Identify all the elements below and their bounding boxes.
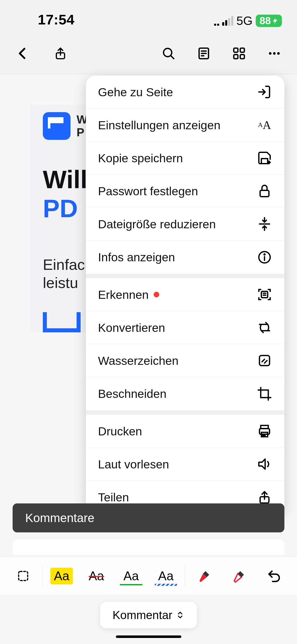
menu-view-settings[interactable]: Einstellungen anzeigen AA bbox=[86, 109, 284, 142]
textsize-icon: AA bbox=[257, 117, 272, 133]
menu-print[interactable]: Drucken bbox=[86, 415, 284, 448]
doc-graphic bbox=[43, 312, 81, 332]
crop-icon bbox=[257, 386, 272, 402]
watermark-icon bbox=[257, 353, 272, 368]
print-icon bbox=[257, 423, 272, 439]
share-button[interactable] bbox=[53, 46, 68, 61]
menu-label: Dateigröße reduzieren bbox=[98, 217, 216, 231]
undo-button[interactable] bbox=[258, 562, 289, 590]
comments-banner[interactable]: Kommentare bbox=[13, 503, 284, 532]
svg-point-11 bbox=[269, 52, 272, 55]
svg-point-13 bbox=[277, 52, 280, 55]
strikethrough-icon: Aa bbox=[85, 568, 108, 584]
menu-label: Passwort festlegen bbox=[98, 184, 198, 198]
menu-convert[interactable]: Konvertieren bbox=[86, 311, 284, 344]
mode-label: Kommentar bbox=[113, 608, 173, 622]
goto-icon bbox=[257, 84, 272, 100]
share-icon bbox=[257, 490, 272, 505]
network-label: 5G bbox=[236, 14, 252, 28]
menu-label: Beschneiden bbox=[98, 387, 167, 401]
signal-icon bbox=[214, 16, 233, 26]
menu-recognize[interactable]: Erkennen bbox=[86, 278, 284, 311]
menu-reduce-size[interactable]: Dateigröße reduzieren bbox=[86, 208, 284, 241]
menu-label: Erkennen bbox=[98, 288, 149, 302]
separator bbox=[42, 566, 43, 586]
menu-label: Konvertieren bbox=[98, 321, 165, 335]
squiggly-button[interactable]: Aa bbox=[150, 562, 181, 590]
panel-fragment bbox=[13, 540, 284, 555]
menu-read-aloud[interactable]: Laut vorlesen bbox=[86, 448, 284, 481]
new-badge-dot bbox=[154, 292, 159, 297]
svg-line-27 bbox=[265, 361, 267, 363]
squiggly-icon: Aa bbox=[155, 568, 177, 584]
outline-button[interactable] bbox=[196, 46, 211, 61]
annotation-toolbar: Aa Aa Aa Aa bbox=[0, 557, 297, 595]
menu-label: Infos anzeigen bbox=[98, 250, 175, 264]
home-indicator bbox=[116, 635, 181, 638]
svg-rect-8 bbox=[240, 48, 244, 52]
info-icon bbox=[257, 249, 272, 265]
svg-rect-15 bbox=[260, 190, 269, 197]
status-bar: 17:54 5G 88 bbox=[0, 0, 297, 33]
svg-rect-10 bbox=[240, 55, 244, 59]
svg-rect-9 bbox=[234, 55, 238, 59]
status-time: 17:54 bbox=[38, 11, 75, 28]
svg-line-26 bbox=[262, 359, 265, 362]
separator bbox=[185, 566, 185, 586]
comments-banner-label: Kommentare bbox=[25, 511, 94, 525]
menu-label: Laut vorlesen bbox=[98, 457, 169, 471]
menu-set-password[interactable]: Passwort festlegen bbox=[86, 175, 284, 208]
app-logo-icon bbox=[43, 112, 71, 140]
speaker-icon bbox=[257, 456, 272, 472]
svg-rect-7 bbox=[234, 48, 238, 52]
compress-icon bbox=[257, 216, 272, 232]
svg-point-12 bbox=[273, 52, 276, 55]
battery-percent: 88 bbox=[260, 15, 271, 26]
more-menu-popup: Gehe zu Seite Einstellungen anzeigen AA … bbox=[86, 76, 284, 514]
savecopy-icon bbox=[257, 150, 272, 166]
battery-badge: 88 bbox=[256, 15, 282, 27]
underline-button[interactable]: Aa bbox=[116, 562, 147, 590]
menu-label: Kopie speichern bbox=[98, 151, 183, 165]
chevron-updown-icon bbox=[176, 611, 184, 619]
highlight-button[interactable]: Aa bbox=[46, 562, 77, 590]
lock-icon bbox=[257, 183, 272, 199]
menu-watermark[interactable]: Wasserzeichen bbox=[86, 344, 284, 377]
status-right: 5G 88 bbox=[214, 14, 282, 28]
main-toolbar bbox=[0, 33, 297, 74]
select-area-button[interactable] bbox=[8, 562, 39, 590]
search-button[interactable] bbox=[161, 46, 176, 61]
menu-label: Wasserzeichen bbox=[98, 354, 179, 368]
thumbnails-button[interactable] bbox=[232, 46, 247, 61]
menu-save-copy[interactable]: Kopie speichern bbox=[86, 142, 284, 175]
menu-show-info[interactable]: Infos anzeigen bbox=[86, 241, 284, 274]
svg-rect-25 bbox=[259, 356, 270, 366]
convert-icon bbox=[257, 320, 272, 335]
svg-rect-35 bbox=[19, 571, 28, 581]
menu-label: Teilen bbox=[98, 490, 129, 504]
ocr-icon bbox=[257, 287, 272, 302]
marker-outline-button[interactable] bbox=[223, 562, 255, 590]
underline-icon: Aa bbox=[120, 568, 142, 584]
svg-marker-33 bbox=[259, 459, 265, 469]
menu-label: Drucken bbox=[98, 424, 142, 438]
menu-crop[interactable]: Beschneiden bbox=[86, 377, 284, 410]
strikethrough-button[interactable]: Aa bbox=[81, 562, 112, 590]
svg-point-21 bbox=[264, 254, 265, 255]
highlight-icon: Aa bbox=[50, 568, 73, 584]
svg-line-2 bbox=[171, 55, 174, 59]
menu-label: Gehe zu Seite bbox=[98, 85, 173, 99]
menu-label: Einstellungen anzeigen bbox=[98, 118, 220, 132]
marker-fill-button[interactable] bbox=[189, 562, 220, 590]
back-button[interactable] bbox=[15, 46, 30, 61]
mode-selector[interactable]: Kommentar bbox=[100, 602, 197, 628]
more-button[interactable] bbox=[267, 46, 282, 61]
menu-goto-page[interactable]: Gehe zu Seite bbox=[86, 76, 284, 109]
